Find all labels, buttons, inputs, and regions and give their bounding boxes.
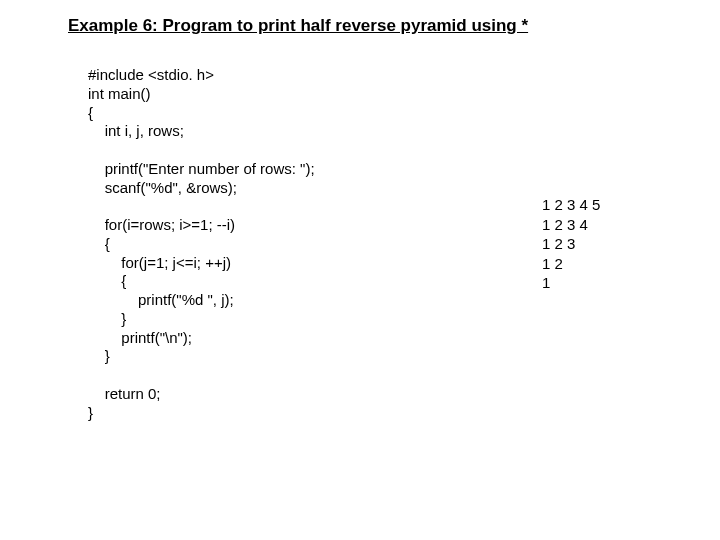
code-line: int main()	[88, 85, 151, 102]
output-block: 1 2 3 4 5 1 2 3 4 1 2 3 1 2 1	[542, 195, 600, 293]
output-line: 1 2 3	[542, 235, 575, 252]
code-line: int i, j, rows;	[88, 122, 184, 139]
output-line: 1 2 3 4	[542, 216, 588, 233]
code-line: }	[88, 347, 110, 364]
code-line: }	[88, 310, 126, 327]
output-line: 1	[542, 274, 550, 291]
code-line: printf("Enter number of rows: ");	[88, 160, 315, 177]
code-line: scanf("%d", &rows);	[88, 179, 237, 196]
output-line: 1 2 3 4 5	[542, 196, 600, 213]
code-line: {	[88, 272, 126, 289]
code-line: }	[88, 404, 93, 421]
code-line: {	[88, 104, 93, 121]
code-line: for(i=rows; i>=1; --i)	[88, 216, 235, 233]
code-line: printf("%d ", j);	[88, 291, 234, 308]
code-block: #include <stdio. h> int main() { int i, …	[88, 66, 315, 422]
code-line: for(j=1; j<=i; ++j)	[88, 254, 231, 271]
code-line: printf("\n");	[88, 329, 192, 346]
output-line: 1 2	[542, 255, 563, 272]
code-line: return 0;	[88, 385, 161, 402]
page-title: Example 6: Program to print half reverse…	[68, 16, 528, 36]
code-line: {	[88, 235, 110, 252]
code-line: #include <stdio. h>	[88, 66, 214, 83]
